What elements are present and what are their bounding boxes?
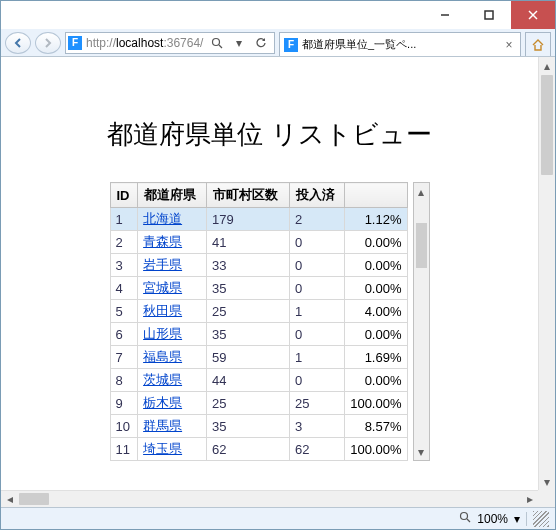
- minimize-button[interactable]: [423, 1, 467, 29]
- pref-link[interactable]: 岩手県: [143, 257, 182, 272]
- cell-count: 35: [207, 415, 290, 438]
- table-row[interactable]: 11埼玉県6262100.00%: [110, 438, 407, 461]
- cell-count: 179: [207, 208, 290, 231]
- pref-link[interactable]: 秋田県: [143, 303, 182, 318]
- cell-pct: 0.00%: [345, 369, 407, 392]
- scroll-corner: [538, 490, 555, 507]
- page-hscrollbar[interactable]: ◂ ▸: [1, 490, 538, 507]
- cell-done: 0: [289, 254, 344, 277]
- url-text: http://localhost:36764/: [86, 36, 206, 50]
- column-header[interactable]: 投入済: [289, 183, 344, 208]
- scroll-up-icon[interactable]: ▴: [414, 183, 429, 200]
- zoom-level: 100%: [477, 512, 508, 526]
- scroll-right-icon[interactable]: ▸: [521, 491, 538, 507]
- scroll-down-icon[interactable]: ▾: [539, 473, 555, 490]
- tab-close-icon[interactable]: ×: [502, 38, 516, 52]
- cell-id: 9: [110, 392, 138, 415]
- pref-link[interactable]: 青森県: [143, 234, 182, 249]
- table-row[interactable]: 2青森県4100.00%: [110, 231, 407, 254]
- pref-link[interactable]: 群馬県: [143, 418, 182, 433]
- cell-id: 8: [110, 369, 138, 392]
- forward-button[interactable]: [35, 32, 61, 54]
- column-header[interactable]: 都道府県: [138, 183, 207, 208]
- cell-pct: 4.00%: [345, 300, 407, 323]
- pref-link[interactable]: 栃木県: [143, 395, 182, 410]
- cell-count: 44: [207, 369, 290, 392]
- svg-point-6: [461, 513, 468, 520]
- back-button[interactable]: [5, 32, 31, 54]
- cell-count: 62: [207, 438, 290, 461]
- cell-pref[interactable]: 北海道: [138, 208, 207, 231]
- cell-id: 7: [110, 346, 138, 369]
- pref-link[interactable]: 埼玉県: [143, 441, 182, 456]
- browser-window: F http://localhost:36764/ ▾ F 都道府県単位_一覧ペ…: [0, 0, 556, 530]
- table-row[interactable]: 1北海道17921.12%: [110, 208, 407, 231]
- scroll-thumb[interactable]: [19, 493, 49, 505]
- address-bar[interactable]: F http://localhost:36764/ ▾: [65, 32, 275, 54]
- zoom-dropdown-icon[interactable]: ▾: [514, 512, 520, 526]
- svg-line-5: [219, 45, 222, 48]
- pref-link[interactable]: 茨城県: [143, 372, 182, 387]
- pref-link[interactable]: 北海道: [143, 211, 182, 226]
- browser-tab[interactable]: F 都道府県単位_一覧ペ... ×: [279, 32, 521, 56]
- cell-pref[interactable]: 岩手県: [138, 254, 207, 277]
- svg-point-4: [213, 38, 220, 45]
- table-row[interactable]: 7福島県5911.69%: [110, 346, 407, 369]
- column-header[interactable]: ID: [110, 183, 138, 208]
- search-icon[interactable]: [208, 34, 226, 52]
- table-row[interactable]: 4宮城県3500.00%: [110, 277, 407, 300]
- pref-link[interactable]: 山形県: [143, 326, 182, 341]
- cell-done: 62: [289, 438, 344, 461]
- table-row[interactable]: 9栃木県2525100.00%: [110, 392, 407, 415]
- refresh-icon[interactable]: [252, 34, 270, 52]
- pref-link[interactable]: 福島県: [143, 349, 182, 364]
- separator: [526, 512, 527, 526]
- cell-pref[interactable]: 群馬県: [138, 415, 207, 438]
- cell-count: 35: [207, 277, 290, 300]
- cell-pct: 8.57%: [345, 415, 407, 438]
- resize-grip[interactable]: [533, 511, 549, 527]
- zoom-icon[interactable]: [459, 511, 471, 526]
- scroll-down-icon[interactable]: ▾: [414, 443, 429, 460]
- column-header[interactable]: [345, 183, 407, 208]
- cell-id: 1: [110, 208, 138, 231]
- home-button[interactable]: [525, 32, 551, 56]
- table-row[interactable]: 3岩手県3300.00%: [110, 254, 407, 277]
- cell-done: 25: [289, 392, 344, 415]
- scroll-thumb[interactable]: [416, 223, 427, 268]
- cell-pct: 1.12%: [345, 208, 407, 231]
- scroll-thumb[interactable]: [541, 75, 553, 175]
- cell-pref[interactable]: 秋田県: [138, 300, 207, 323]
- titlebar: [1, 1, 555, 29]
- scroll-up-icon[interactable]: ▴: [539, 57, 555, 74]
- grid-scrollbar[interactable]: ▴ ▾: [413, 182, 430, 461]
- cell-id: 5: [110, 300, 138, 323]
- statusbar: 100% ▾: [1, 507, 555, 529]
- page-vscrollbar[interactable]: ▴ ▾: [538, 57, 555, 490]
- maximize-button[interactable]: [467, 1, 511, 29]
- cell-count: 41: [207, 231, 290, 254]
- scroll-left-icon[interactable]: ◂: [1, 491, 18, 507]
- data-grid: ID都道府県市町村区数投入済 1北海道17921.12%2青森県4100.00%…: [110, 182, 408, 461]
- table-row[interactable]: 5秋田県2514.00%: [110, 300, 407, 323]
- cell-pref[interactable]: 茨城県: [138, 369, 207, 392]
- close-button[interactable]: [511, 1, 555, 29]
- column-header[interactable]: 市町村区数: [207, 183, 290, 208]
- dropdown-icon[interactable]: ▾: [230, 34, 248, 52]
- table-row[interactable]: 8茨城県4400.00%: [110, 369, 407, 392]
- table-row[interactable]: 10群馬県3538.57%: [110, 415, 407, 438]
- cell-pct: 0.00%: [345, 231, 407, 254]
- cell-count: 25: [207, 300, 290, 323]
- cell-pref[interactable]: 山形県: [138, 323, 207, 346]
- cell-pref[interactable]: 福島県: [138, 346, 207, 369]
- cell-count: 35: [207, 323, 290, 346]
- svg-rect-1: [485, 11, 493, 19]
- cell-pref[interactable]: 青森県: [138, 231, 207, 254]
- cell-pref[interactable]: 宮城県: [138, 277, 207, 300]
- table-row[interactable]: 6山形県3500.00%: [110, 323, 407, 346]
- pref-link[interactable]: 宮城県: [143, 280, 182, 295]
- cell-pref[interactable]: 栃木県: [138, 392, 207, 415]
- toolbar: F http://localhost:36764/ ▾ F 都道府県単位_一覧ペ…: [1, 29, 555, 57]
- cell-id: 2: [110, 231, 138, 254]
- cell-pref[interactable]: 埼玉県: [138, 438, 207, 461]
